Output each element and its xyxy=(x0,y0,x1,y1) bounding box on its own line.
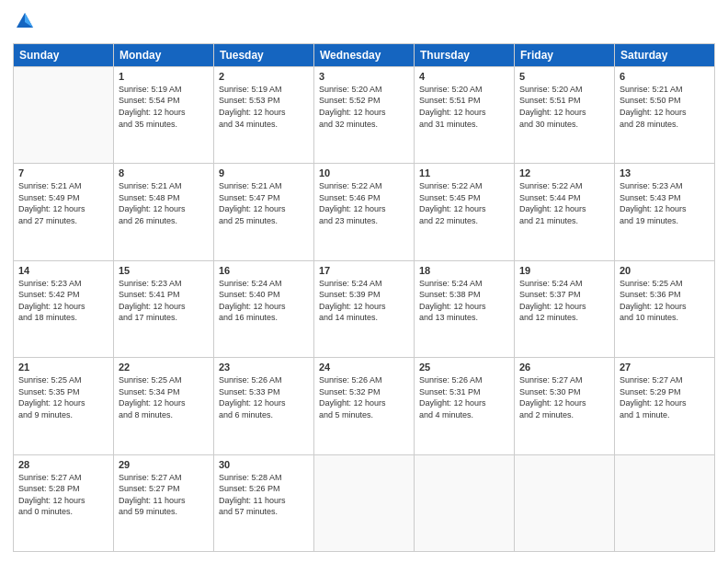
week-row-1: 1Sunrise: 5:19 AM Sunset: 5:54 PM Daylig… xyxy=(14,66,715,163)
calendar-cell: 11Sunrise: 5:22 AM Sunset: 5:45 PM Dayli… xyxy=(415,164,515,260)
day-info: Sunrise: 5:19 AM Sunset: 5:54 PM Dayligh… xyxy=(119,84,209,130)
day-info: Sunrise: 5:27 AM Sunset: 5:29 PM Dayligh… xyxy=(620,374,710,420)
weekday-header-wednesday: Wednesday xyxy=(314,43,415,66)
day-info: Sunrise: 5:22 AM Sunset: 5:44 PM Dayligh… xyxy=(519,180,609,226)
calendar-cell: 17Sunrise: 5:24 AM Sunset: 5:39 PM Dayli… xyxy=(314,260,415,357)
calendar-cell xyxy=(515,454,615,551)
day-info: Sunrise: 5:24 AM Sunset: 5:38 PM Dayligh… xyxy=(419,278,509,324)
calendar-cell: 1Sunrise: 5:19 AM Sunset: 5:54 PM Daylig… xyxy=(114,66,214,163)
day-info: Sunrise: 5:26 AM Sunset: 5:31 PM Dayligh… xyxy=(419,374,509,420)
calendar-cell: 3Sunrise: 5:20 AM Sunset: 5:52 PM Daylig… xyxy=(314,66,415,163)
day-number: 17 xyxy=(319,265,409,276)
day-number: 19 xyxy=(519,265,609,276)
day-number: 14 xyxy=(18,265,108,276)
calendar-cell: 14Sunrise: 5:23 AM Sunset: 5:42 PM Dayli… xyxy=(14,260,114,357)
day-info: Sunrise: 5:21 AM Sunset: 5:48 PM Dayligh… xyxy=(119,180,209,226)
day-number: 27 xyxy=(620,362,710,373)
week-row-3: 14Sunrise: 5:23 AM Sunset: 5:42 PM Dayli… xyxy=(14,260,715,357)
calendar-cell: 9Sunrise: 5:21 AM Sunset: 5:47 PM Daylig… xyxy=(214,164,314,260)
day-info: Sunrise: 5:28 AM Sunset: 5:26 PM Dayligh… xyxy=(219,472,309,518)
calendar-cell: 22Sunrise: 5:25 AM Sunset: 5:34 PM Dayli… xyxy=(114,358,214,454)
day-number: 4 xyxy=(419,71,509,82)
day-number: 24 xyxy=(319,362,409,373)
day-info: Sunrise: 5:20 AM Sunset: 5:51 PM Dayligh… xyxy=(419,84,509,130)
day-number: 1 xyxy=(119,71,209,82)
calendar-cell: 30Sunrise: 5:28 AM Sunset: 5:26 PM Dayli… xyxy=(214,454,314,551)
day-number: 30 xyxy=(219,459,309,470)
weekday-header-thursday: Thursday xyxy=(415,43,515,66)
weekday-header-sunday: Sunday xyxy=(14,43,114,66)
calendar-cell: 13Sunrise: 5:23 AM Sunset: 5:43 PM Dayli… xyxy=(615,164,715,260)
day-number: 20 xyxy=(620,265,710,276)
day-number: 6 xyxy=(620,71,710,82)
weekday-header-tuesday: Tuesday xyxy=(214,43,314,66)
calendar-cell: 19Sunrise: 5:24 AM Sunset: 5:37 PM Dayli… xyxy=(515,260,615,357)
day-number: 15 xyxy=(119,265,209,276)
day-number: 5 xyxy=(519,71,609,82)
day-number: 3 xyxy=(319,71,409,82)
day-number: 7 xyxy=(18,167,108,178)
day-info: Sunrise: 5:19 AM Sunset: 5:53 PM Dayligh… xyxy=(219,84,309,130)
week-row-4: 21Sunrise: 5:25 AM Sunset: 5:35 PM Dayli… xyxy=(14,358,715,454)
day-info: Sunrise: 5:26 AM Sunset: 5:32 PM Dayligh… xyxy=(319,374,409,420)
day-info: Sunrise: 5:22 AM Sunset: 5:46 PM Dayligh… xyxy=(319,180,409,226)
calendar-cell xyxy=(314,454,415,551)
calendar-cell: 24Sunrise: 5:26 AM Sunset: 5:32 PM Dayli… xyxy=(314,358,415,454)
day-info: Sunrise: 5:24 AM Sunset: 5:37 PM Dayligh… xyxy=(519,278,609,324)
day-info: Sunrise: 5:23 AM Sunset: 5:41 PM Dayligh… xyxy=(119,278,209,324)
calendar-cell: 16Sunrise: 5:24 AM Sunset: 5:40 PM Dayli… xyxy=(214,260,314,357)
calendar-cell: 12Sunrise: 5:22 AM Sunset: 5:44 PM Dayli… xyxy=(515,164,615,260)
calendar-cell: 26Sunrise: 5:27 AM Sunset: 5:30 PM Dayli… xyxy=(515,358,615,454)
calendar-cell: 23Sunrise: 5:26 AM Sunset: 5:33 PM Dayli… xyxy=(214,358,314,454)
day-number: 21 xyxy=(18,362,108,373)
weekday-header-row: SundayMondayTuesdayWednesdayThursdayFrid… xyxy=(14,43,715,66)
calendar-cell: 7Sunrise: 5:21 AM Sunset: 5:49 PM Daylig… xyxy=(14,164,114,260)
calendar-cell: 2Sunrise: 5:19 AM Sunset: 5:53 PM Daylig… xyxy=(214,66,314,163)
day-info: Sunrise: 5:21 AM Sunset: 5:49 PM Dayligh… xyxy=(18,180,108,226)
calendar-cell: 5Sunrise: 5:20 AM Sunset: 5:51 PM Daylig… xyxy=(515,66,615,163)
calendar-cell: 25Sunrise: 5:26 AM Sunset: 5:31 PM Dayli… xyxy=(415,358,515,454)
day-info: Sunrise: 5:27 AM Sunset: 5:28 PM Dayligh… xyxy=(18,472,108,518)
calendar-cell: 29Sunrise: 5:27 AM Sunset: 5:27 PM Dayli… xyxy=(114,454,214,551)
calendar-cell: 8Sunrise: 5:21 AM Sunset: 5:48 PM Daylig… xyxy=(114,164,214,260)
day-info: Sunrise: 5:21 AM Sunset: 5:47 PM Dayligh… xyxy=(219,180,309,226)
calendar-cell: 27Sunrise: 5:27 AM Sunset: 5:29 PM Dayli… xyxy=(615,358,715,454)
calendar-cell: 15Sunrise: 5:23 AM Sunset: 5:41 PM Dayli… xyxy=(114,260,214,357)
weekday-header-monday: Monday xyxy=(114,43,214,66)
day-number: 16 xyxy=(219,265,309,276)
day-number: 11 xyxy=(419,167,509,178)
day-number: 8 xyxy=(119,167,209,178)
day-number: 29 xyxy=(119,459,209,470)
calendar-cell xyxy=(415,454,515,551)
day-number: 2 xyxy=(219,71,309,82)
logo xyxy=(13,11,35,36)
calendar-cell: 18Sunrise: 5:24 AM Sunset: 5:38 PM Dayli… xyxy=(415,260,515,357)
header xyxy=(13,11,715,36)
calendar-cell xyxy=(14,66,114,163)
day-info: Sunrise: 5:27 AM Sunset: 5:30 PM Dayligh… xyxy=(519,374,609,420)
day-info: Sunrise: 5:20 AM Sunset: 5:52 PM Dayligh… xyxy=(319,84,409,130)
calendar-cell: 6Sunrise: 5:21 AM Sunset: 5:50 PM Daylig… xyxy=(615,66,715,163)
page: SundayMondayTuesdayWednesdayThursdayFrid… xyxy=(0,0,728,563)
calendar-cell: 20Sunrise: 5:25 AM Sunset: 5:36 PM Dayli… xyxy=(615,260,715,357)
day-number: 10 xyxy=(319,167,409,178)
day-number: 23 xyxy=(219,362,309,373)
day-info: Sunrise: 5:25 AM Sunset: 5:36 PM Dayligh… xyxy=(620,278,710,324)
calendar-cell: 28Sunrise: 5:27 AM Sunset: 5:28 PM Dayli… xyxy=(14,454,114,551)
day-info: Sunrise: 5:25 AM Sunset: 5:35 PM Dayligh… xyxy=(18,374,108,420)
logo-icon xyxy=(15,11,35,31)
week-row-2: 7Sunrise: 5:21 AM Sunset: 5:49 PM Daylig… xyxy=(14,164,715,260)
day-info: Sunrise: 5:23 AM Sunset: 5:42 PM Dayligh… xyxy=(18,278,108,324)
day-info: Sunrise: 5:22 AM Sunset: 5:45 PM Dayligh… xyxy=(419,180,509,226)
day-info: Sunrise: 5:20 AM Sunset: 5:51 PM Dayligh… xyxy=(519,84,609,130)
day-info: Sunrise: 5:24 AM Sunset: 5:39 PM Dayligh… xyxy=(319,278,409,324)
calendar-cell: 10Sunrise: 5:22 AM Sunset: 5:46 PM Dayli… xyxy=(314,164,415,260)
day-info: Sunrise: 5:24 AM Sunset: 5:40 PM Dayligh… xyxy=(219,278,309,324)
day-number: 12 xyxy=(519,167,609,178)
day-number: 22 xyxy=(119,362,209,373)
calendar-cell xyxy=(615,454,715,551)
day-info: Sunrise: 5:27 AM Sunset: 5:27 PM Dayligh… xyxy=(119,472,209,518)
day-info: Sunrise: 5:23 AM Sunset: 5:43 PM Dayligh… xyxy=(620,180,710,226)
week-row-5: 28Sunrise: 5:27 AM Sunset: 5:28 PM Dayli… xyxy=(14,454,715,551)
weekday-header-friday: Friday xyxy=(515,43,615,66)
